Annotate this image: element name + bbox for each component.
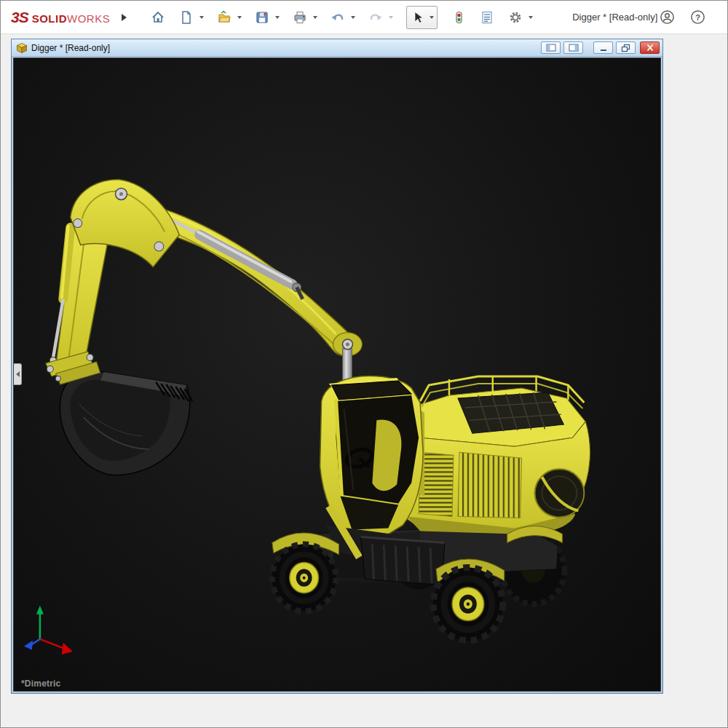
help-icon: ? (690, 9, 705, 25)
chevron-down-icon (237, 16, 242, 19)
logo-3ds-mark: 3S (11, 9, 28, 26)
gear-icon (508, 10, 523, 25)
chevron-down-icon (389, 16, 393, 19)
logo-text-works: WORKS (67, 12, 110, 25)
home-button[interactable] (149, 7, 167, 28)
child-minimize-button[interactable] (593, 41, 613, 54)
front-right-wheel (433, 568, 503, 641)
redo-icon (368, 10, 383, 25)
child-restore-button[interactable] (616, 41, 636, 54)
solidworks-logo: 3S SOLID WORKS (11, 9, 110, 26)
stoplight-icon (451, 10, 466, 25)
pane-right-icon (569, 44, 579, 52)
child-close-button[interactable] (640, 41, 660, 54)
print-dropdown[interactable] (311, 7, 319, 28)
chevron-down-icon (313, 16, 317, 19)
user-profile-button[interactable] (657, 7, 676, 28)
chevron-down-icon (351, 16, 355, 19)
main-toolbar: 3S SOLID WORKS (1, 1, 727, 34)
document-window-titlebar[interactable]: Digger * [Read-only] (12, 39, 662, 57)
select-tool-button[interactable] (408, 7, 427, 28)
active-document-title: Digger * [Read-only] (572, 12, 657, 23)
pane-left-icon (546, 44, 556, 52)
counterweight-box (360, 537, 445, 585)
redo-button[interactable] (366, 7, 385, 28)
child-minimize-icon (599, 44, 608, 52)
select-tool-dropdown[interactable] (427, 7, 435, 28)
child-close-icon (646, 44, 654, 52)
select-tool-group (406, 6, 438, 29)
design-report-button[interactable] (478, 7, 496, 28)
quick-access-toolbar (149, 6, 534, 29)
graphics-viewport[interactable]: *Dimetric (13, 58, 661, 692)
pane-toggle-left-button[interactable] (541, 41, 561, 54)
cab (320, 376, 425, 562)
upper-body (405, 376, 590, 543)
menu-flyout-chevron-icon[interactable] (122, 14, 127, 21)
options-gear-button[interactable] (506, 7, 525, 28)
new-document-button[interactable] (177, 7, 196, 28)
design-report-icon (480, 10, 494, 25)
feature-tree-collapse-tab[interactable] (14, 363, 22, 385)
document-window: Digger * [Read-only] (11, 39, 663, 694)
print-icon (293, 10, 307, 25)
home-icon (151, 10, 165, 25)
account-help-area: ? (657, 7, 707, 28)
open-dropdown[interactable] (235, 7, 243, 28)
chevron-down-icon (430, 16, 434, 19)
help-glyph: ? (695, 13, 700, 22)
part-cube-icon (16, 42, 28, 54)
new-document-dropdown[interactable] (197, 7, 205, 28)
redo-dropdown[interactable] (387, 7, 395, 28)
save-button[interactable] (253, 7, 272, 28)
options-dropdown[interactable] (526, 7, 534, 28)
user-profile-icon (660, 9, 675, 25)
document-window-title: Digger * [Read-only] (31, 43, 538, 53)
undo-dropdown[interactable] (349, 7, 357, 28)
select-arrow-cursor-icon (411, 10, 425, 25)
chevron-down-icon (275, 16, 280, 19)
help-button[interactable]: ? (688, 7, 707, 28)
view-orientation-label: *Dimetric (21, 678, 61, 689)
undo-icon (331, 10, 345, 25)
stoplight-check-button[interactable] (449, 7, 468, 28)
chevron-down-icon (529, 16, 533, 19)
open-button[interactable] (215, 7, 234, 28)
print-button[interactable] (290, 7, 309, 28)
undo-button[interactable] (328, 7, 347, 28)
save-floppy-icon (255, 10, 269, 25)
chevron-left-icon (16, 371, 20, 377)
pane-toggle-right-button[interactable] (563, 41, 583, 54)
logo-text-solid: SOLID (32, 12, 67, 25)
excavator-model[interactable] (14, 58, 660, 691)
front-left-wheel (272, 545, 336, 612)
bucket (60, 371, 192, 475)
new-document-icon (179, 10, 194, 25)
app-window: 3S SOLID WORKS (0, 0, 728, 728)
orientation-triad (24, 606, 73, 654)
save-dropdown[interactable] (273, 7, 281, 28)
child-restore-icon (621, 44, 630, 52)
open-folder-icon (217, 10, 232, 25)
chevron-down-icon (199, 16, 204, 19)
